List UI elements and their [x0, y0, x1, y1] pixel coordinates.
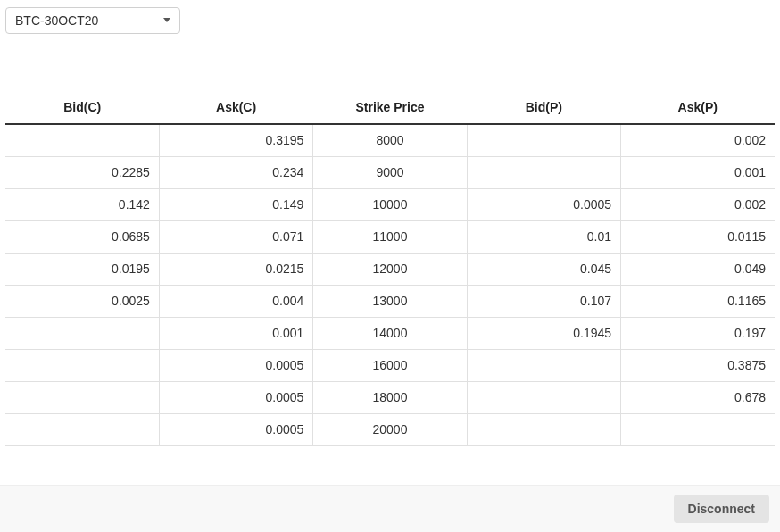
col-bid-c: Bid(C) — [5, 91, 159, 124]
top-bar: BTC-30OCT20 — [0, 0, 780, 41]
cell-ask-p: 0.002 — [621, 188, 775, 220]
chevron-down-icon — [163, 18, 170, 23]
cell-ask-c: 0.0005 — [159, 349, 312, 381]
cell-ask-c: 0.071 — [159, 220, 312, 253]
cell-ask-p: 0.3875 — [621, 349, 775, 381]
cell-bid-c: 0.2285 — [5, 156, 159, 188]
cell-bid-p — [467, 413, 620, 445]
cell-ask-p: 0.1165 — [621, 285, 775, 317]
col-bid-p: Bid(P) — [467, 91, 620, 124]
dropdown-selected-label: BTC-30OCT20 — [15, 13, 98, 28]
cell-strike: 8000 — [313, 124, 467, 156]
cell-bid-c: 0.0025 — [5, 285, 159, 317]
cell-ask-c: 0.234 — [159, 156, 312, 188]
cell-strike: 10000 — [313, 188, 467, 220]
cell-bid-p: 0.1945 — [467, 317, 620, 349]
cell-bid-c — [5, 124, 159, 156]
cell-ask-p — [621, 413, 775, 445]
table-row: 0.01950.0215120000.0450.049 — [5, 253, 775, 285]
cell-bid-c — [5, 349, 159, 381]
cell-strike: 14000 — [313, 317, 467, 349]
table-header-row: Bid(C) Ask(C) Strike Price Bid(P) Ask(P) — [5, 91, 775, 124]
table-row: 0.000520000 — [5, 413, 775, 445]
cell-ask-p: 0.049 — [621, 253, 775, 285]
cell-bid-c: 0.142 — [5, 188, 159, 220]
cell-ask-c: 0.0215 — [159, 253, 312, 285]
cell-strike: 16000 — [313, 349, 467, 381]
cell-ask-p: 0.197 — [621, 317, 775, 349]
cell-strike: 9000 — [313, 156, 467, 188]
footer-bar: Disconnect — [0, 485, 780, 532]
cell-ask-p: 0.001 — [621, 156, 775, 188]
table-row: 0.319580000.002 — [5, 124, 775, 156]
table-row: 0.06850.071110000.010.0115 — [5, 220, 775, 253]
cell-bid-p: 0.045 — [467, 253, 620, 285]
cell-bid-p: 0.107 — [467, 285, 620, 317]
cell-ask-c: 0.3195 — [159, 124, 312, 156]
col-ask-c: Ask(C) — [159, 91, 312, 124]
instrument-dropdown[interactable]: BTC-30OCT20 — [5, 7, 180, 34]
cell-strike: 20000 — [313, 413, 467, 445]
col-strike: Strike Price — [313, 91, 467, 124]
cell-ask-c: 0.004 — [159, 285, 312, 317]
cell-bid-c — [5, 381, 159, 413]
table-row: 0.00250.004130000.1070.1165 — [5, 285, 775, 317]
cell-ask-p: 0.0115 — [621, 220, 775, 253]
table-row: 0.001140000.19450.197 — [5, 317, 775, 349]
cell-strike: 11000 — [313, 220, 467, 253]
cell-bid-p — [467, 124, 620, 156]
cell-ask-c: 0.001 — [159, 317, 312, 349]
disconnect-button[interactable]: Disconnect — [674, 495, 769, 523]
cell-strike: 18000 — [313, 381, 467, 413]
cell-bid-p: 0.0005 — [467, 188, 620, 220]
cell-strike: 12000 — [313, 253, 467, 285]
col-ask-p: Ask(P) — [621, 91, 775, 124]
table-row: 0.0005180000.678 — [5, 381, 775, 413]
cell-ask-c: 0.0005 — [159, 413, 312, 445]
options-table: Bid(C) Ask(C) Strike Price Bid(P) Ask(P)… — [5, 91, 775, 446]
table-row: 0.22850.23490000.001 — [5, 156, 775, 188]
options-table-container: Bid(C) Ask(C) Strike Price Bid(P) Ask(P)… — [0, 91, 780, 446]
table-row: 0.1420.149100000.00050.002 — [5, 188, 775, 220]
cell-bid-p — [467, 349, 620, 381]
cell-ask-p: 0.678 — [621, 381, 775, 413]
table-row: 0.0005160000.3875 — [5, 349, 775, 381]
cell-bid-p: 0.01 — [467, 220, 620, 253]
cell-strike: 13000 — [313, 285, 467, 317]
cell-ask-c: 0.149 — [159, 188, 312, 220]
cell-bid-c: 0.0195 — [5, 253, 159, 285]
cell-ask-c: 0.0005 — [159, 381, 312, 413]
cell-bid-p — [467, 156, 620, 188]
table-body: 0.319580000.0020.22850.23490000.0010.142… — [5, 124, 775, 445]
cell-ask-p: 0.002 — [621, 124, 775, 156]
cell-bid-c — [5, 317, 159, 349]
cell-bid-c — [5, 413, 159, 445]
cell-bid-c: 0.0685 — [5, 220, 159, 253]
cell-bid-p — [467, 381, 620, 413]
